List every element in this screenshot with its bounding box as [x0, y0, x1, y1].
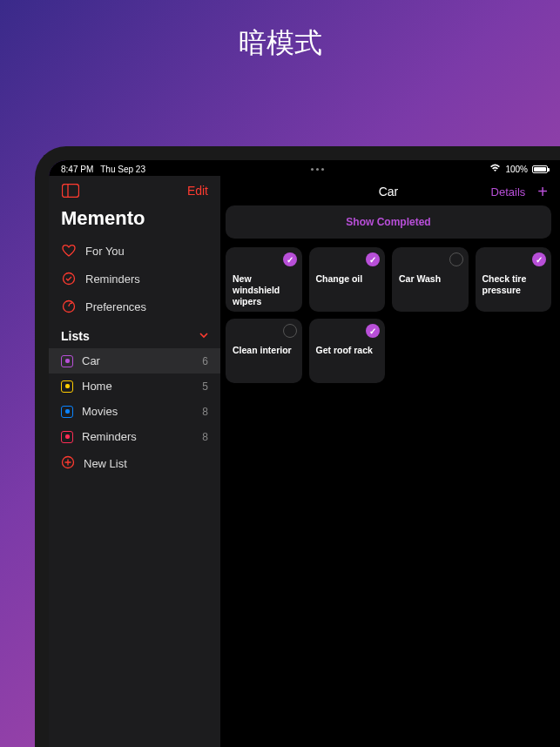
check-done-icon[interactable] [532, 252, 546, 266]
new-list-button[interactable]: New List [49, 449, 220, 478]
task-label: Car Wash [399, 273, 462, 285]
check-done-icon[interactable] [366, 252, 380, 266]
list-color-icon [61, 406, 73, 418]
check-done-icon[interactable] [366, 324, 380, 338]
list-color-icon [61, 380, 73, 393]
task-label: Get roof rack [316, 345, 379, 356]
task-label: Clean interior [233, 345, 295, 356]
clock-check-icon [61, 271, 77, 286]
list-name: Reminders [82, 430, 137, 443]
gear-icon [61, 299, 77, 314]
task-grid: New windshield wipers Change oil Car Was… [226, 247, 551, 383]
heart-icon [61, 243, 77, 259]
check-circle-icon[interactable] [449, 252, 463, 266]
task-card[interactable]: New windshield wipers [226, 247, 302, 312]
list-name: Car [82, 354, 100, 367]
list-color-icon [61, 355, 73, 367]
status-date: Thu Sep 23 [100, 165, 145, 174]
task-label: New windshield wipers [233, 273, 295, 307]
sidebar-list-item[interactable]: Reminders 8 [49, 424, 220, 449]
nav-label: Reminders [85, 273, 140, 286]
check-done-icon[interactable] [283, 252, 297, 266]
task-card[interactable]: Get roof rack [309, 319, 386, 383]
add-task-button[interactable]: + [537, 183, 548, 200]
lists-header[interactable]: Lists [49, 320, 220, 348]
new-list-label: New List [84, 457, 127, 470]
list-name: Movies [82, 405, 118, 418]
battery-icon [532, 165, 548, 173]
task-card[interactable]: Clean interior [226, 319, 302, 383]
chevron-down-icon [199, 330, 208, 342]
main-panel: Car Details + Show Completed New windshi… [220, 176, 560, 747]
plus-circle-icon [61, 455, 75, 472]
status-time: 8:47 PM [61, 165, 93, 174]
sidebar: Edit Memento For You Reminders [49, 176, 220, 747]
list-title: Car [379, 185, 399, 199]
details-button[interactable]: Details [491, 185, 526, 199]
multitask-dots-icon[interactable] [311, 168, 324, 171]
task-card[interactable]: Change oil [309, 247, 386, 312]
show-completed-button[interactable]: Show Completed [226, 205, 551, 239]
svg-rect-0 [63, 185, 79, 198]
edit-button[interactable]: Edit [187, 184, 208, 198]
list-name: Home [82, 380, 112, 393]
list-count: 6 [202, 355, 208, 367]
list-color-icon [61, 431, 73, 443]
app-title: Memento [49, 202, 220, 237]
battery-percent: 100% [505, 165, 528, 174]
screen: 8:47 PM Thu Sep 23 100% Edit [49, 160, 560, 747]
sidebar-toggle-icon[interactable] [61, 183, 80, 199]
svg-point-2 [64, 273, 75, 285]
sidebar-list-item[interactable]: Home 5 [49, 374, 220, 399]
sidebar-list-item[interactable]: Movies 8 [49, 399, 220, 424]
device-frame: 8:47 PM Thu Sep 23 100% Edit [35, 146, 560, 747]
nav-label: For You [85, 245, 125, 258]
task-label: Change oil [316, 273, 379, 285]
task-label: Check tire pressure [482, 273, 545, 296]
lists-header-label: Lists [61, 329, 90, 343]
page-heading: 暗模式 [0, 0, 560, 63]
list-count: 8 [202, 431, 208, 443]
main-header: Car Details + [226, 176, 551, 205]
sidebar-list-item[interactable]: Car 6 [49, 348, 220, 374]
list-count: 8 [202, 406, 208, 418]
check-circle-icon[interactable] [283, 324, 297, 338]
nav-label: Preferences [85, 300, 146, 313]
task-card[interactable]: Check tire pressure [476, 247, 552, 312]
status-bar: 8:47 PM Thu Sep 23 100% [49, 160, 560, 176]
list-count: 5 [202, 380, 208, 393]
nav-preferences[interactable]: Preferences [49, 293, 220, 320]
nav-reminders[interactable]: Reminders [49, 265, 220, 293]
wifi-icon [489, 164, 501, 174]
nav-for-you[interactable]: For You [49, 237, 220, 265]
task-card[interactable]: Car Wash [392, 247, 469, 312]
